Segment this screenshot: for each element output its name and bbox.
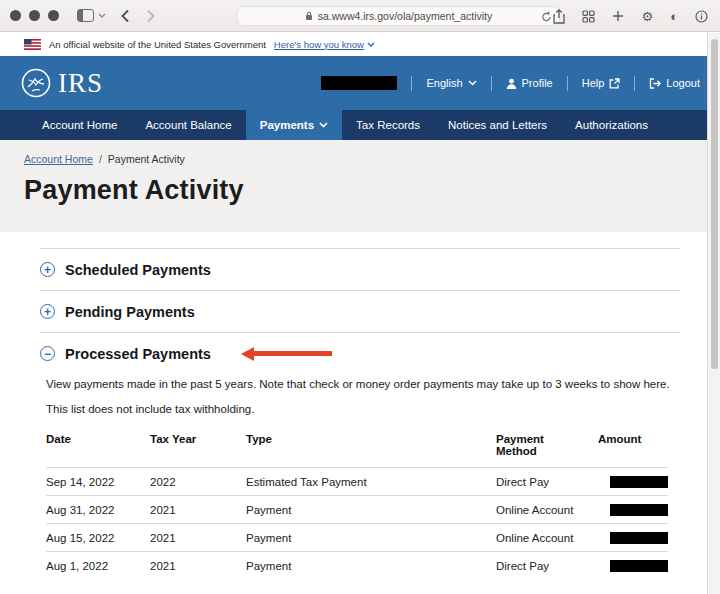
maximize-window-button[interactable] (48, 10, 59, 21)
cell-tax-year: 2021 (150, 552, 246, 580)
table-row: Aug 31, 2022 2021 Payment Online Account (46, 496, 668, 524)
cell-type: Payment (246, 524, 496, 552)
breadcrumb-account-home-link[interactable]: Account Home (24, 153, 93, 165)
sidebar-icon[interactable] (77, 9, 94, 22)
profile-link[interactable]: Profile (506, 77, 553, 89)
person-icon (506, 78, 517, 89)
cell-amount (598, 524, 668, 552)
page-scrollbar[interactable] (707, 33, 720, 594)
cell-date: Aug 15, 2022 (46, 524, 150, 552)
redacted-amount (610, 560, 668, 572)
accordion-scheduled-payments[interactable]: + Scheduled Payments (40, 248, 680, 290)
window-controls (10, 10, 59, 21)
browser-window: sa.www4.irs.gov/ola/payment_activity ⚙ ◐ (0, 0, 720, 594)
accordion-processed-payments[interactable]: − Processed Payments (40, 332, 680, 374)
scrollbar-thumb[interactable] (711, 39, 718, 369)
processed-note-1: View payments made in the past 5 years. … (46, 378, 680, 390)
cell-payment-method: Direct Pay (496, 468, 598, 496)
cell-amount (598, 496, 668, 524)
extensions-gear-icon[interactable]: ⚙ (641, 10, 653, 23)
chevron-down-icon (468, 80, 477, 86)
redacted-amount (610, 504, 668, 516)
breadcrumb-current: Payment Activity (108, 153, 185, 165)
col-header-payment-method: Payment Method (496, 431, 598, 468)
table-row: Aug 15, 2022 2021 Payment Online Account (46, 524, 668, 552)
minus-circle-icon: − (40, 346, 55, 361)
nav-notices-letters[interactable]: Notices and Letters (434, 110, 561, 140)
new-tab-icon[interactable] (612, 10, 624, 22)
plus-circle-icon: + (40, 262, 55, 277)
breadcrumb-separator: / (99, 153, 102, 165)
cell-tax-year: 2021 (150, 524, 246, 552)
irs-logo-text: IRS (58, 68, 103, 99)
close-window-button[interactable] (10, 10, 21, 21)
processed-note-2: This list does not include tax withholdi… (46, 403, 680, 415)
annotation-arrow (241, 347, 332, 361)
reload-icon[interactable] (541, 10, 552, 23)
nav-tax-records[interactable]: Tax Records (342, 110, 434, 140)
chevron-down-icon[interactable] (98, 13, 106, 18)
logout-link[interactable]: Logout (649, 77, 700, 89)
language-selector[interactable]: English (426, 77, 476, 89)
irs-header: IRS English Profile Help Logout (0, 56, 720, 110)
gov-banner-text: An official website of the United States… (49, 39, 266, 50)
col-header-amount: Amount (598, 431, 668, 468)
page-title: Payment Activity (20, 175, 720, 206)
cell-tax-year: 2021 (150, 496, 246, 524)
nav-account-home[interactable]: Account Home (28, 110, 131, 140)
nav-payments[interactable]: Payments (246, 110, 342, 140)
cell-amount (598, 552, 668, 580)
chevron-down-icon (367, 42, 375, 47)
cell-tax-year: 2022 (150, 468, 246, 496)
url-text: sa.www4.irs.gov/ola/payment_activity (318, 10, 493, 22)
chevron-down-icon (319, 122, 328, 128)
tab-overview-icon[interactable] (582, 10, 595, 23)
cell-date: Sep 14, 2022 (46, 468, 150, 496)
redacted-amount (610, 476, 668, 488)
cell-payment-method: Online Account (496, 524, 598, 552)
cell-amount (598, 468, 668, 496)
back-icon[interactable] (120, 9, 130, 23)
cell-date: Aug 1, 2022 (46, 552, 150, 580)
nav-account-balance[interactable]: Account Balance (131, 110, 245, 140)
forward-icon[interactable] (146, 9, 156, 23)
usa-gov-banner: An official website of the United States… (0, 32, 720, 56)
us-flag-icon (24, 39, 41, 50)
cell-payment-method: Online Account (496, 496, 598, 524)
logout-icon (649, 78, 661, 89)
irs-logo[interactable]: IRS (20, 67, 103, 99)
payments-table: Date Tax Year Type Payment Method Amount… (46, 431, 668, 580)
cell-date: Aug 31, 2022 (46, 496, 150, 524)
contrast-icon[interactable]: ◐ (670, 10, 678, 23)
table-row: Aug 1, 2022 2021 Payment Direct Pay (46, 552, 668, 580)
nav-authorizations[interactable]: Authorizations (561, 110, 662, 140)
info-icon[interactable] (695, 10, 708, 23)
redacted-amount (610, 532, 668, 544)
table-row: Sep 14, 2022 2022 Estimated Tax Payment … (46, 468, 668, 496)
col-header-tax-year: Tax Year (150, 431, 246, 468)
minimize-window-button[interactable] (29, 10, 40, 21)
how-you-know-link[interactable]: Here's how you know (274, 39, 375, 50)
primary-nav: Account Home Account Balance Payments Ta… (0, 110, 720, 140)
cell-type: Payment (246, 496, 496, 524)
lock-icon (305, 11, 313, 21)
browser-toolbar: sa.www4.irs.gov/ola/payment_activity ⚙ ◐ (0, 0, 720, 32)
col-header-date: Date (46, 431, 150, 468)
cell-type: Payment (246, 552, 496, 580)
external-link-icon (609, 78, 620, 89)
share-icon[interactable] (553, 9, 565, 24)
breadcrumb: Account Home / Payment Activity (24, 153, 720, 165)
table-header-row: Date Tax Year Type Payment Method Amount (46, 431, 668, 468)
cell-type: Estimated Tax Payment (246, 468, 496, 496)
col-header-type: Type (246, 431, 496, 468)
cell-payment-method: Direct Pay (496, 552, 598, 580)
plus-circle-icon: + (40, 304, 55, 319)
accordion-pending-payments[interactable]: + Pending Payments (40, 290, 680, 332)
title-band: Account Home / Payment Activity Payment … (0, 140, 720, 232)
main-content: + Scheduled Payments + Pending Payments … (0, 232, 720, 594)
help-link[interactable]: Help (582, 77, 621, 89)
address-bar[interactable]: sa.www4.irs.gov/ola/payment_activity (237, 6, 560, 26)
irs-eagle-icon (20, 67, 52, 99)
redacted-username (321, 76, 397, 90)
